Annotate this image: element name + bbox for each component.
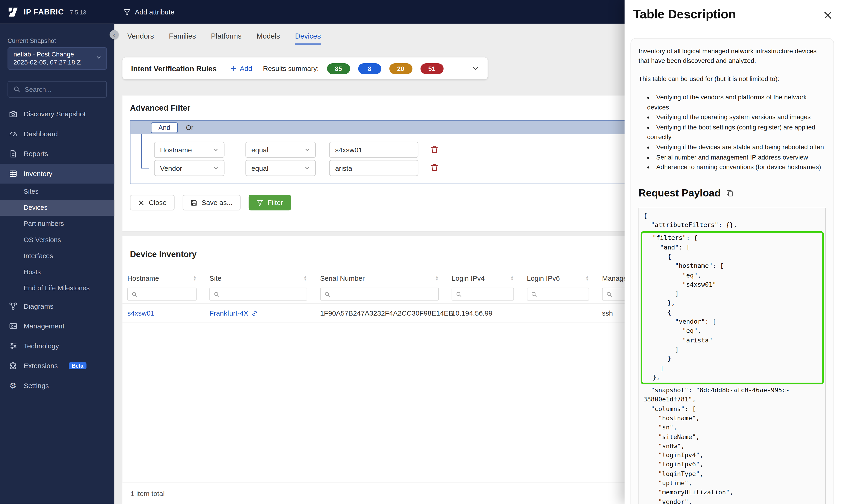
item-count: 1 item total bbox=[130, 489, 165, 497]
snapshot-selector[interactable]: netlab - Post Change 2025-02-05, 07:27:1… bbox=[7, 47, 107, 70]
collapse-sidebar-button[interactable]: ‹ bbox=[109, 30, 119, 39]
sidebar-search-input[interactable] bbox=[25, 86, 101, 93]
and-toggle-button[interactable]: And bbox=[151, 122, 178, 133]
sidebar-item-end-of-life[interactable]: End of Life Milestones bbox=[0, 280, 115, 296]
column-header-hostname[interactable]: Hostname ▲▼ bbox=[127, 274, 209, 282]
inventory-list-icon bbox=[8, 169, 17, 178]
delete-filter-row-button[interactable] bbox=[430, 163, 439, 173]
panel-title: Table Description bbox=[625, 0, 841, 22]
save-as-button[interactable]: Save as... bbox=[183, 195, 241, 211]
sidebar-item-interfaces[interactable]: Interfaces bbox=[0, 248, 115, 264]
tab-models[interactable]: Models bbox=[257, 32, 280, 44]
table-description-intro: Inventory of all logical managed network… bbox=[638, 46, 826, 66]
chevron-down-icon bbox=[96, 55, 102, 60]
column-header-serial-number[interactable]: Serial Number ▲▼ bbox=[320, 274, 452, 282]
apply-filter-button[interactable]: Filter bbox=[249, 195, 291, 211]
field-select[interactable]: Vendor bbox=[154, 160, 224, 176]
sliders-icon bbox=[8, 342, 17, 350]
sort-icons[interactable]: ▲▼ bbox=[435, 275, 439, 281]
column-header-site[interactable]: Site ▲▼ bbox=[209, 274, 320, 282]
result-badge-amber[interactable]: 20 bbox=[389, 63, 413, 74]
chevron-down-icon bbox=[213, 165, 218, 170]
column-header-login-ipv4[interactable]: Login IPv4 ▲▼ bbox=[452, 274, 527, 282]
device-site-cell[interactable]: Frankfurt-4X bbox=[209, 309, 320, 317]
filter-value-input[interactable] bbox=[329, 142, 418, 158]
sidebar-search[interactable] bbox=[7, 81, 107, 97]
serial-number-search-input[interactable] bbox=[333, 290, 435, 298]
sidebar-item-os-versions[interactable]: OS Versions bbox=[0, 232, 115, 248]
operator-select-value: equal bbox=[251, 164, 268, 172]
sidebar-item-sites[interactable]: Sites bbox=[0, 184, 115, 200]
sidebar-item-label: Discovery Snapshot bbox=[24, 110, 86, 118]
trash-icon bbox=[430, 145, 439, 153]
sidebar-item-extensions[interactable]: Extensions Beta bbox=[0, 356, 115, 376]
sidebar-item-hosts[interactable]: Hosts bbox=[0, 264, 115, 280]
search-icon bbox=[606, 291, 612, 297]
plus-icon bbox=[231, 66, 236, 71]
sidebar-item-devices[interactable]: Devices bbox=[0, 200, 115, 216]
sidebar-item-diagrams[interactable]: Diagrams bbox=[0, 296, 115, 316]
close-filter-button[interactable]: Close bbox=[130, 195, 175, 211]
tab-platforms[interactable]: Platforms bbox=[211, 32, 242, 44]
intent-rules-title: Intent Verification Rules bbox=[131, 64, 217, 73]
link-icon bbox=[251, 310, 258, 316]
result-badge-red[interactable]: 51 bbox=[420, 63, 443, 74]
serial-number-search[interactable] bbox=[320, 288, 439, 301]
site-search-input[interactable] bbox=[223, 290, 303, 298]
sort-icons[interactable]: ▲▼ bbox=[585, 275, 589, 281]
sidebar-item-management[interactable]: Management bbox=[0, 316, 115, 336]
field-select-value: Vendor bbox=[160, 164, 182, 172]
sidebar-item-label: Diagrams bbox=[24, 302, 53, 310]
panel-content: Inventory of all logical managed network… bbox=[630, 38, 834, 504]
operator-select-value: equal bbox=[251, 146, 268, 154]
usage-bullet-list: Verifying of the vendors and platforms o… bbox=[643, 92, 826, 172]
chevron-down-icon[interactable] bbox=[472, 65, 479, 72]
sidebar-item-part-numbers[interactable]: Part numbers bbox=[0, 216, 115, 232]
ipfabric-logo: IP FABRIC 7.5.13 bbox=[0, 6, 115, 17]
operator-select[interactable]: equal bbox=[245, 160, 316, 176]
tab-devices[interactable]: Devices bbox=[295, 32, 321, 44]
search-icon bbox=[531, 291, 537, 297]
sidebar-item-settings[interactable]: ⚙ Settings bbox=[0, 376, 115, 396]
sidebar-item-dashboard[interactable]: Dashboard bbox=[0, 124, 115, 144]
add-rule-button[interactable]: Add bbox=[231, 65, 252, 73]
save-as-label: Save as... bbox=[202, 199, 232, 206]
or-toggle-button[interactable]: Or bbox=[180, 122, 199, 133]
field-select[interactable]: Hostname bbox=[154, 142, 224, 158]
login-ipv4-search[interactable] bbox=[452, 288, 514, 301]
column-header-login-ipv6[interactable]: Login IPv6 ▲▼ bbox=[527, 274, 602, 282]
delete-filter-row-button[interactable] bbox=[430, 145, 439, 154]
code-highlighted-filters: "filters": { "and": [ { "hostname": [ "e… bbox=[641, 232, 824, 384]
login-ipv6-search-input[interactable] bbox=[540, 290, 585, 298]
sort-icons[interactable]: ▲▼ bbox=[510, 275, 514, 281]
sidebar-item-label: Settings bbox=[24, 382, 49, 390]
sidebar-item-reports[interactable]: Reports bbox=[0, 144, 115, 164]
copy-icon[interactable] bbox=[726, 190, 734, 197]
field-select-value: Hostname bbox=[160, 146, 192, 154]
login-ipv4-search-input[interactable] bbox=[465, 290, 510, 298]
chevron-down-icon bbox=[304, 147, 310, 152]
sidebar-item-inventory[interactable]: Inventory bbox=[0, 164, 115, 184]
site-link[interactable]: Frankfurt-4X bbox=[209, 309, 248, 317]
sort-icons[interactable]: ▲▼ bbox=[303, 275, 307, 281]
sidebar-item-technology[interactable]: Technology bbox=[0, 336, 115, 356]
site-search[interactable] bbox=[209, 288, 307, 301]
tab-families[interactable]: Families bbox=[169, 32, 196, 44]
add-attribute-button[interactable]: Add attribute bbox=[124, 8, 174, 16]
sort-icons[interactable]: ▲▼ bbox=[193, 275, 197, 281]
hostname-search[interactable] bbox=[127, 288, 197, 301]
sidebar-item-discovery-snapshot[interactable]: Discovery Snapshot bbox=[0, 104, 115, 124]
filter-value-input[interactable] bbox=[329, 160, 418, 176]
intent-verification-rules-bar: Intent Verification Rules Add Results su… bbox=[122, 57, 488, 79]
operator-select[interactable]: equal bbox=[245, 142, 316, 158]
device-hostname-link[interactable]: s4xsw01 bbox=[127, 309, 209, 317]
ipfabric-logo-icon bbox=[7, 6, 19, 17]
tab-vendors[interactable]: Vendors bbox=[127, 32, 154, 44]
close-icon[interactable] bbox=[823, 11, 833, 20]
login-ipv6-search[interactable] bbox=[527, 288, 589, 301]
hostname-search-input[interactable] bbox=[141, 290, 192, 298]
result-badge-blue[interactable]: 8 bbox=[358, 63, 381, 74]
login-ipv4-value: 10.194.56.99 bbox=[452, 309, 527, 317]
search-icon bbox=[456, 291, 462, 297]
result-badge-green[interactable]: 85 bbox=[327, 63, 350, 74]
